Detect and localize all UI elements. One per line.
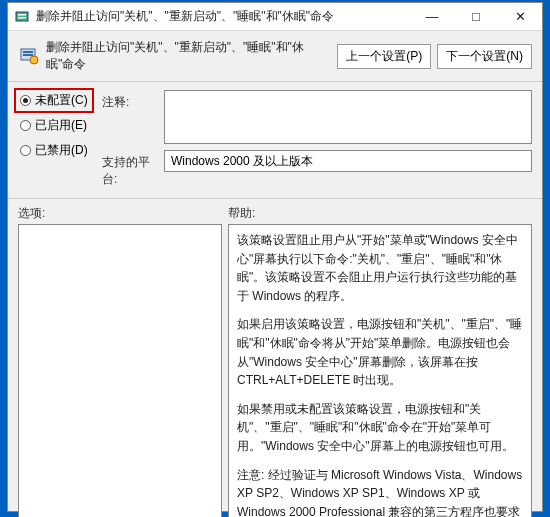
radio-dot-icon <box>20 145 31 156</box>
help-pane: 该策略设置阻止用户从"开始"菜单或"Windows 安全中心"屏幕执行以下命令:… <box>228 224 532 517</box>
help-paragraph: 该策略设置阻止用户从"开始"菜单或"Windows 安全中心"屏幕执行以下命令:… <box>237 231 523 305</box>
radio-dot-icon <box>20 95 31 106</box>
radio-disabled[interactable]: 已禁用(D) <box>20 142 88 159</box>
policy-title: 删除并阻止访问"关机"、"重新启动"、"睡眠"和"休眠"命令 <box>46 39 331 73</box>
app-icon <box>14 9 30 25</box>
options-label: 选项: <box>18 205 228 222</box>
help-paragraph: 如果启用该策略设置，电源按钮和"关机"、"重启"、"睡眠"和"休眠"命令将从"开… <box>237 315 523 389</box>
window-title: 删除并阻止访问"关机"、"重新启动"、"睡眠"和"休眠"命令 <box>36 8 410 25</box>
minimize-button[interactable]: — <box>410 3 454 31</box>
comment-row: 注释: <box>102 90 532 144</box>
svg-rect-0 <box>16 12 28 21</box>
help-paragraph: 如果禁用或未配置该策略设置，电源按钮和"关机"、"重启"、"睡眠"和"休眠"命令… <box>237 400 523 456</box>
svg-rect-5 <box>23 54 33 56</box>
dialog-window: 删除并阻止访问"关机"、"重新启动"、"睡眠"和"休眠"命令 — □ ✕ 删除并… <box>7 2 543 512</box>
config-area: 未配置(C) 已启用(E) 已禁用(D) 注释: 支持的平台: Windows … <box>8 82 542 199</box>
svg-point-6 <box>30 56 38 64</box>
policy-icon <box>18 45 40 67</box>
radio-not-configured[interactable]: 未配置(C) <box>14 88 94 113</box>
next-setting-button[interactable]: 下一个设置(N) <box>437 44 532 69</box>
radio-enabled-label: 已启用(E) <box>35 117 87 134</box>
svg-rect-1 <box>18 14 26 16</box>
svg-rect-2 <box>18 17 26 19</box>
policy-header: 删除并阻止访问"关机"、"重新启动"、"睡眠"和"休眠"命令 上一个设置(P) … <box>8 31 542 82</box>
help-paragraph: 注意: 经过验证与 Microsoft Windows Vista、Window… <box>237 466 523 517</box>
state-radio-group: 未配置(C) 已启用(E) 已禁用(D) <box>20 92 88 159</box>
svg-rect-4 <box>23 51 33 53</box>
help-label: 帮助: <box>228 205 255 222</box>
previous-setting-button[interactable]: 上一个设置(P) <box>337 44 431 69</box>
comment-label: 注释: <box>102 90 164 144</box>
section-labels: 选项: 帮助: <box>8 199 542 224</box>
supported-row: 支持的平台: Windows 2000 及以上版本 <box>102 150 532 188</box>
panes: 该策略设置阻止用户从"开始"菜单或"Windows 安全中心"屏幕执行以下命令:… <box>8 224 542 517</box>
radio-dot-icon <box>20 120 31 131</box>
supported-label: 支持的平台: <box>102 150 164 188</box>
radio-enabled[interactable]: 已启用(E) <box>20 117 88 134</box>
comment-input[interactable] <box>164 90 532 144</box>
supported-value: Windows 2000 及以上版本 <box>164 150 532 172</box>
titlebar: 删除并阻止访问"关机"、"重新启动"、"睡眠"和"休眠"命令 — □ ✕ <box>8 3 542 31</box>
close-button[interactable]: ✕ <box>498 3 542 31</box>
radio-disabled-label: 已禁用(D) <box>35 142 88 159</box>
radio-not-configured-label: 未配置(C) <box>35 92 88 109</box>
options-pane <box>18 224 222 517</box>
maximize-button[interactable]: □ <box>454 3 498 31</box>
